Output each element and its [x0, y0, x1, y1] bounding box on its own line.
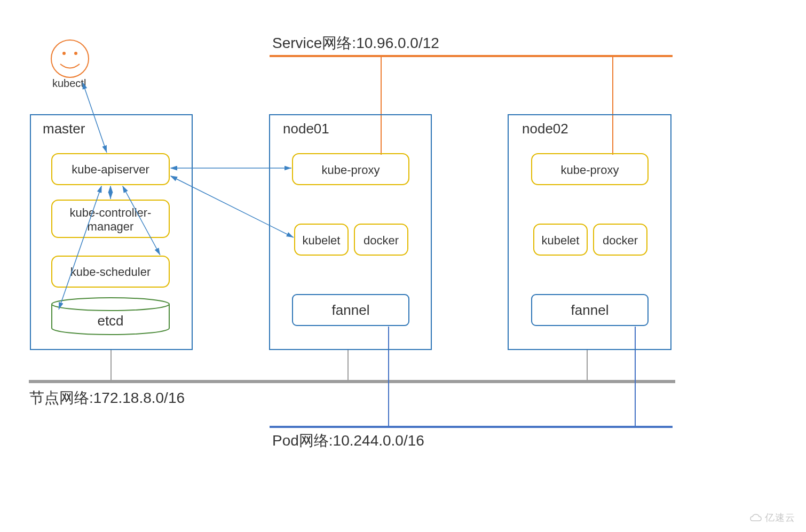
svg-point-1: [62, 52, 66, 55]
node01-fannel-label: fannel: [332, 302, 370, 318]
node02-title: node02: [522, 121, 568, 137]
node02-fannel-label: fannel: [571, 302, 609, 318]
node01-kube-proxy-label: kube-proxy: [322, 163, 380, 177]
master-title: master: [43, 121, 85, 137]
arrow-kubectl-apiserver: [83, 83, 107, 153]
watermark: 亿速云: [749, 511, 795, 524]
architecture-diagram: Service网络:10.96.0.0/12 节点网络:172.18.8.0/1…: [0, 0, 806, 532]
node01-kubelet-label: kubelet: [303, 234, 341, 247]
kube-apiserver-label: kube-apiserver: [72, 163, 149, 176]
node01-docker-label: docker: [364, 234, 399, 247]
node02-docker-label: docker: [603, 234, 638, 247]
node02-kubelet-label: kubelet: [542, 234, 580, 247]
svg-point-2: [74, 52, 77, 55]
arrow-apiserver-etcd: [59, 186, 101, 309]
pod-network-label: Pod网络:10.244.0.0/16: [272, 432, 424, 449]
node02-kube-proxy-label: kube-proxy: [561, 163, 619, 177]
node-network-label: 节点网络:172.18.8.0/16: [29, 390, 185, 406]
arrow-apiserver-kubelet: [171, 176, 294, 237]
kube-scheduler-label: kube-scheduler: [70, 265, 151, 279]
kubectl-label: kubectl: [52, 77, 86, 89]
node01-title: node01: [283, 121, 329, 137]
svg-point-3: [52, 298, 169, 311]
service-network-label: Service网络:10.96.0.0/12: [272, 35, 439, 51]
svg-point-0: [51, 40, 89, 77]
watermark-text: 亿速云: [765, 512, 795, 523]
kube-controller-manager-label-1: kube-controller-: [70, 206, 152, 219]
kubectl-icon: [51, 40, 89, 77]
etcd-label: etcd: [97, 313, 123, 329]
kube-controller-manager-label-2: manager: [88, 220, 134, 233]
